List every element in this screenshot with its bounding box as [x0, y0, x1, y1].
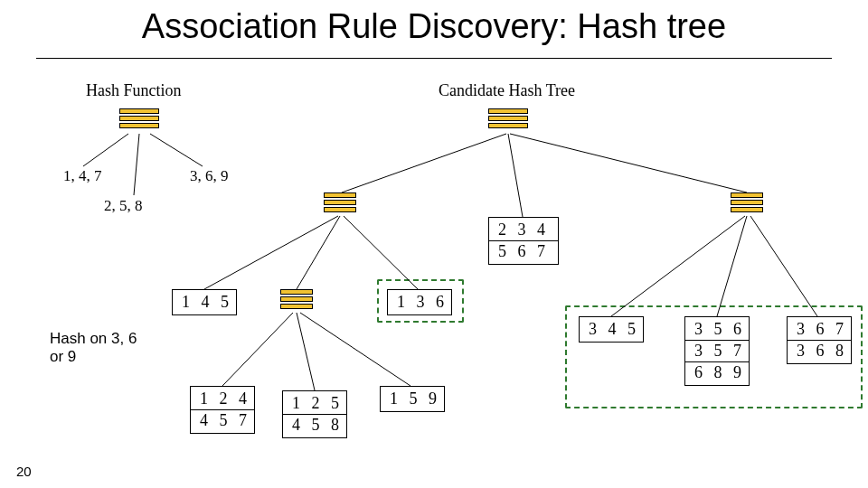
svg-line-1 — [134, 134, 139, 195]
leaf-356-357-689: 3 5 6 3 5 7 6 8 9 — [684, 316, 750, 386]
leaf-159: 1 5 9 — [380, 386, 445, 412]
tree-node-leftchild-icon — [280, 289, 313, 311]
leaf-234-567: 2 3 4 5 6 7 — [488, 217, 559, 265]
connector-lines — [0, 0, 868, 488]
slide-number: 20 — [16, 464, 32, 479]
title-underline — [36, 58, 832, 59]
leaf-345: 3 4 5 — [579, 316, 644, 343]
svg-line-12 — [222, 313, 293, 386]
leaf-145: 1 4 5 — [172, 289, 237, 315]
svg-line-2 — [150, 134, 203, 166]
hash-function-icon — [119, 108, 159, 130]
svg-line-11 — [750, 216, 817, 316]
svg-line-9 — [611, 216, 745, 316]
tree-root-icon — [488, 108, 528, 130]
svg-line-3 — [342, 134, 506, 192]
hash-function-label: Hash Function — [86, 81, 182, 100]
leaf-125-458: 1 2 5 4 5 8 — [282, 390, 347, 438]
svg-line-8 — [344, 216, 418, 289]
svg-line-0 — [83, 134, 128, 166]
tree-node-right-icon — [731, 192, 763, 214]
tree-node-left-icon — [324, 192, 356, 214]
candidate-hash-tree-label: Candidate Hash Tree — [439, 81, 575, 100]
leaf-124-457: 1 2 4 4 5 7 — [190, 386, 255, 434]
hash-on-369-note: Hash on 3, 6 or 9 — [50, 330, 137, 367]
branch-258-label: 2, 5, 8 — [104, 197, 143, 215]
slide-title: Association Rule Discovery: Hash tree — [0, 7, 868, 46]
branch-369-label: 3, 6, 9 — [190, 167, 229, 185]
svg-line-5 — [510, 134, 747, 192]
svg-line-14 — [300, 313, 410, 386]
leaf-136: 1 3 6 — [387, 289, 452, 315]
svg-line-4 — [508, 134, 523, 217]
branch-147-label: 1, 4, 7 — [63, 167, 102, 185]
svg-line-7 — [297, 216, 340, 289]
svg-line-13 — [297, 313, 315, 390]
leaf-367-368: 3 6 7 3 6 8 — [787, 316, 852, 364]
svg-line-10 — [717, 216, 747, 316]
svg-line-6 — [204, 216, 338, 289]
